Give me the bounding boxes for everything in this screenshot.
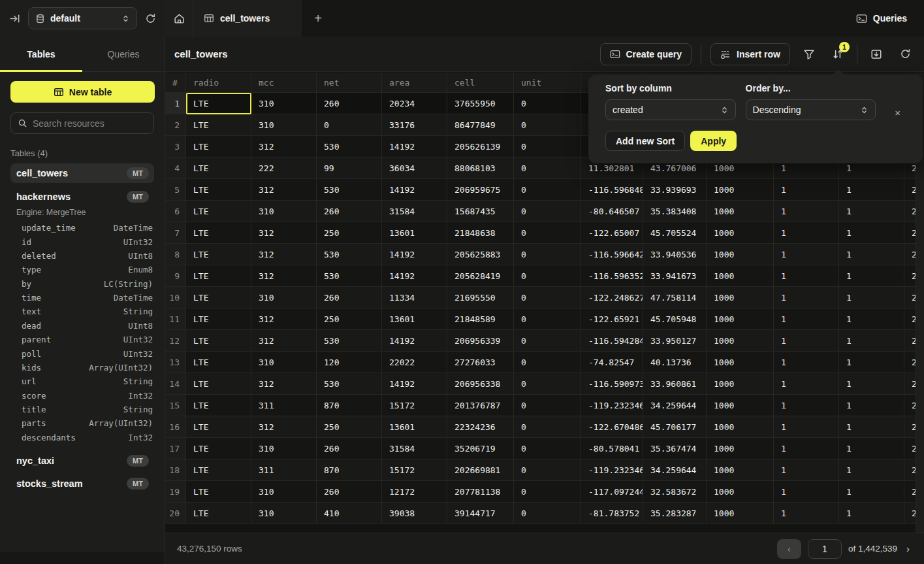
cell-area[interactable]: 14192: [382, 244, 447, 265]
cell-changeable[interactable]: 1: [839, 179, 904, 201]
cell-changeable[interactable]: 1: [839, 330, 904, 352]
cell-changeable[interactable]: 1: [839, 201, 904, 222]
cell-lon[interactable]: -122.65007: [581, 222, 643, 244]
cell-changeable[interactable]: 1: [839, 503, 904, 524]
cell-lat[interactable]: 33.940536: [643, 244, 707, 265]
cell-lat[interactable]: 45.705524: [643, 222, 707, 244]
tab-cell-towers[interactable]: cell_towers: [193, 0, 302, 37]
sidebar-item-cell-towers[interactable]: cell_towers MT: [10, 163, 154, 183]
sort-button[interactable]: 1: [828, 44, 848, 64]
cell-samples[interactable]: 1: [774, 201, 839, 222]
column-header-net[interactable]: net: [317, 73, 382, 93]
cell-net[interactable]: 99: [317, 158, 382, 179]
cell-net[interactable]: 870: [317, 459, 382, 481]
cell-radio[interactable]: LTE: [186, 158, 251, 179]
sidebar-item-hackernews[interactable]: hackernews MT: [10, 187, 154, 207]
page-number-input[interactable]: [808, 539, 842, 559]
cell-changeable[interactable]: 1: [839, 265, 904, 287]
cell-net[interactable]: 250: [317, 308, 382, 330]
cell-lat[interactable]: 33.941673: [643, 265, 707, 287]
cell-radio[interactable]: LTE: [186, 373, 251, 395]
cell-mcc[interactable]: 311: [251, 395, 317, 416]
cell-samples[interactable]: 1: [774, 395, 839, 416]
cell-changeable[interactable]: 1: [839, 308, 904, 330]
cell-unit[interactable]: 0: [514, 265, 581, 287]
cell-net[interactable]: 250: [317, 222, 382, 244]
cell-radio[interactable]: LTE: [186, 244, 251, 265]
row-number[interactable]: 5: [165, 179, 186, 201]
cell-mcc[interactable]: 310: [251, 114, 317, 136]
cell-area[interactable]: 31584: [382, 201, 447, 222]
cell-lon[interactable]: -122.248627: [581, 287, 643, 308]
cell-samples[interactable]: 1: [774, 352, 839, 373]
cell-cell[interactable]: 88068103: [447, 158, 514, 179]
cell-cell[interactable]: 22324236: [447, 416, 514, 438]
cell-lat[interactable]: 45.705948: [643, 308, 707, 330]
cell-range[interactable]: 1000: [707, 287, 774, 308]
cell-lon[interactable]: -116.596352: [581, 265, 643, 287]
row-number[interactable]: 3: [165, 136, 186, 158]
cell-samples[interactable]: 1: [774, 222, 839, 244]
column-header-row-number[interactable]: #: [165, 73, 186, 93]
cell-lon[interactable]: -122.670486: [581, 416, 643, 438]
cell-unit[interactable]: 0: [514, 222, 581, 244]
row-number[interactable]: 20: [165, 503, 186, 524]
cell-mcc[interactable]: 310: [251, 438, 317, 459]
cell-net[interactable]: 260: [317, 201, 382, 222]
cell-area[interactable]: 22022: [382, 352, 447, 373]
cell-samples[interactable]: 1: [774, 503, 839, 524]
cell-lat[interactable]: 47.758114: [643, 287, 707, 308]
cell-unit[interactable]: 0: [514, 395, 581, 416]
cell-mcc[interactable]: 310: [251, 93, 317, 114]
cell-radio[interactable]: LTE: [186, 352, 251, 373]
row-number[interactable]: 8: [165, 244, 186, 265]
row-number[interactable]: 11: [165, 308, 186, 330]
cell-area[interactable]: 14192: [382, 136, 447, 158]
cell-net[interactable]: 260: [317, 287, 382, 308]
refresh-table-button[interactable]: [895, 44, 915, 64]
cell-lat[interactable]: 35.367474: [643, 438, 707, 459]
cell-lat[interactable]: 45.706177: [643, 416, 707, 438]
cell-mcc[interactable]: 312: [251, 179, 317, 201]
row-number[interactable]: 15: [165, 395, 186, 416]
cell-lon[interactable]: -80.578041: [581, 438, 643, 459]
cell-cell[interactable]: 205628419: [447, 265, 514, 287]
cell-lon[interactable]: -116.596848: [581, 179, 643, 201]
cell-radio[interactable]: LTE: [186, 395, 251, 416]
insert-row-button[interactable]: Insert row: [710, 43, 790, 65]
cell-net[interactable]: 530: [317, 244, 382, 265]
cell-net[interactable]: 410: [317, 503, 382, 524]
create-query-button[interactable]: Create query: [600, 43, 692, 65]
cell-area[interactable]: 15172: [382, 459, 447, 481]
cell-cell[interactable]: 206956338: [447, 373, 514, 395]
cell-mcc[interactable]: 310: [251, 287, 317, 308]
row-number[interactable]: 14: [165, 373, 186, 395]
cell-mcc[interactable]: 312: [251, 330, 317, 352]
cell-samples[interactable]: 1: [774, 265, 839, 287]
cell-changeable[interactable]: 1: [839, 395, 904, 416]
cell-lat[interactable]: 35.383408: [643, 201, 707, 222]
cell-range[interactable]: 1000: [707, 244, 774, 265]
sort-column-select[interactable]: created: [605, 99, 736, 120]
cell-range[interactable]: 1000: [707, 395, 774, 416]
cell-unit[interactable]: 0: [514, 352, 581, 373]
cell-radio[interactable]: LTE: [186, 503, 251, 524]
cell-lat[interactable]: 34.259644: [643, 459, 707, 481]
cell-area[interactable]: 31584: [382, 438, 447, 459]
cell-range[interactable]: 1000: [707, 330, 774, 352]
cell-samples[interactable]: 1: [774, 416, 839, 438]
cell-range[interactable]: 1000: [707, 352, 774, 373]
cell-radio[interactable]: LTE: [186, 287, 251, 308]
collapse-sidebar-icon[interactable]: [9, 13, 20, 24]
cell-mcc[interactable]: 312: [251, 265, 317, 287]
cell-cell[interactable]: 86477849: [447, 114, 514, 136]
cell-lat[interactable]: 32.583672: [643, 481, 707, 503]
cell-net[interactable]: 250: [317, 416, 382, 438]
cell-samples[interactable]: 1: [774, 244, 839, 265]
row-number[interactable]: 4: [165, 158, 186, 179]
cell-samples[interactable]: 1: [774, 330, 839, 352]
cell-cell[interactable]: 15687435: [447, 201, 514, 222]
cell-range[interactable]: 1000: [707, 265, 774, 287]
sidebar-item-nyc-taxi[interactable]: nyc_taxi MT: [10, 451, 154, 471]
cell-cell[interactable]: 37655950: [447, 93, 514, 114]
